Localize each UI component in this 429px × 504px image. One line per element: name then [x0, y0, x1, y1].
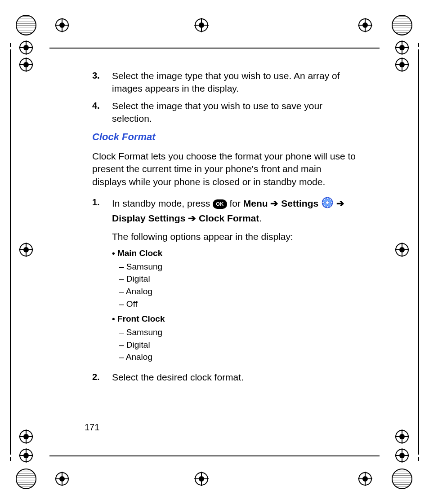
registration-target-icon — [194, 472, 209, 486]
registration-target-icon — [395, 243, 409, 257]
gap — [9, 0, 12, 43]
sub-options: Samsung Digital Analog Off — [119, 261, 358, 310]
menu-label: Menu — [243, 198, 268, 208]
page-number: 171 — [85, 422, 99, 433]
svg-rect-11 — [327, 206, 328, 208]
svg-rect-12 — [322, 202, 324, 203]
settings-gear-icon — [321, 196, 334, 212]
registration-target-icon — [19, 429, 33, 444]
step-number: 3. — [92, 70, 112, 95]
clock-format-label: Clock Format — [199, 213, 259, 223]
step-1: 1. In standby mode, press OK for Menu ➔ … — [92, 196, 358, 367]
step-2: 2. Select the desired clock format. — [92, 371, 358, 384]
sub-option: Off — [119, 298, 358, 310]
page-content: 3. Select the image type that you wish t… — [92, 70, 358, 388]
registration-target-icon — [395, 57, 409, 72]
svg-point-0 — [16, 15, 36, 35]
registration-corner-icon — [15, 14, 37, 36]
crop-line-top — [0, 48, 429, 49]
option-front-clock: Front Clock Samsung Digital Analog — [112, 313, 358, 363]
text: In standby mode, press — [112, 198, 213, 208]
registration-corner-icon — [15, 468, 37, 490]
text: for — [229, 198, 243, 208]
arrow-icon: ➔ — [188, 213, 199, 223]
text: . — [259, 213, 262, 223]
gap — [417, 461, 420, 504]
registration-target-icon — [55, 18, 69, 32]
svg-point-3 — [392, 469, 412, 489]
step-3: 3. Select the image type that you wish t… — [92, 70, 358, 95]
arrow-icon: ➔ — [270, 198, 281, 208]
registration-target-icon — [358, 472, 372, 486]
step-text: Select the desired clock format. — [112, 371, 358, 384]
registration-target-icon — [358, 18, 372, 32]
ok-button-icon: OK — [213, 199, 227, 209]
registration-target-icon — [55, 472, 69, 486]
svg-rect-10 — [327, 198, 328, 199]
sub-option: Samsung — [119, 261, 358, 273]
sub-option: Digital — [119, 339, 358, 351]
step-text: In standby mode, press OK for Menu ➔ Set… — [112, 196, 358, 367]
arrow-icon: ➔ — [336, 198, 344, 208]
registration-target-icon — [395, 429, 409, 444]
crop-line-bottom — [0, 455, 429, 456]
option-main-clock: Main Clock Samsung Digital Analog Off — [112, 248, 358, 309]
crop-line-right — [418, 0, 419, 504]
step-4: 4. Select the image that you wish to use… — [92, 100, 358, 125]
settings-label: Settings — [281, 198, 318, 208]
svg-point-2 — [16, 469, 36, 489]
svg-point-9 — [326, 201, 329, 204]
registration-target-icon — [19, 448, 33, 463]
section-heading: Clock Format — [92, 130, 358, 144]
registration-corner-icon — [391, 468, 413, 490]
gap — [9, 461, 12, 504]
sub-option: Analog — [119, 351, 358, 363]
registration-corner-icon — [391, 14, 413, 36]
section-intro: Clock Format lets you choose the format … — [92, 150, 358, 188]
step-text: Select the image type that you wish to u… — [112, 70, 358, 95]
registration-target-icon — [19, 40, 33, 55]
options-list: Main Clock Samsung Digital Analog Off Fr… — [112, 248, 358, 363]
option-title: Main Clock — [112, 248, 162, 258]
sub-options: Samsung Digital Analog — [119, 327, 358, 363]
registration-target-icon — [19, 57, 33, 72]
sub-option: Analog — [119, 286, 358, 297]
registration-target-icon — [395, 448, 409, 463]
svg-point-1 — [392, 15, 412, 35]
option-title: Front Clock — [112, 314, 165, 323]
sub-option: Digital — [119, 273, 358, 285]
step-1-follow: The following options appear in the disp… — [112, 230, 358, 243]
step-number: 1. — [92, 196, 112, 367]
registration-target-icon — [194, 18, 209, 32]
step-number: 4. — [92, 100, 112, 125]
sub-option: Samsung — [119, 327, 358, 338]
gap — [417, 0, 420, 43]
registration-target-icon — [19, 243, 33, 257]
step-number: 2. — [92, 371, 112, 384]
registration-target-icon — [395, 40, 409, 55]
step-text: Select the image that you wish to use to… — [112, 100, 358, 125]
svg-rect-13 — [331, 202, 332, 203]
crop-line-left — [10, 0, 11, 504]
display-settings-label: Display Settings — [112, 213, 185, 223]
